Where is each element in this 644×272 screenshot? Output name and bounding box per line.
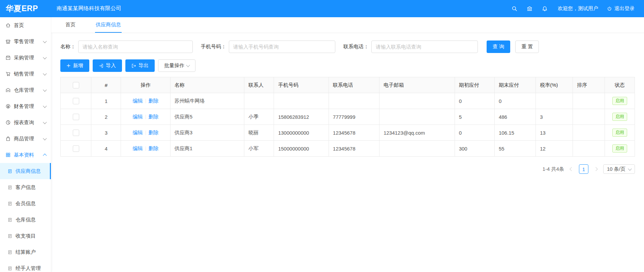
edit-link[interactable]: 编辑: [133, 145, 143, 151]
chevron-right-icon: [594, 167, 597, 171]
sidebar-subitem-6[interactable]: 经手人管理: [0, 260, 51, 272]
sidebar-subitem-4[interactable]: 收支项目: [0, 228, 51, 244]
sidebar-item-0[interactable]: 首页: [0, 17, 51, 33]
edit-link[interactable]: 编辑: [133, 98, 143, 104]
sidebar-item-5[interactable]: 财务管理: [0, 98, 51, 114]
sidebar-item-3[interactable]: 销售管理: [0, 66, 51, 82]
cell-mobile: 15806283912: [274, 109, 329, 125]
add-button[interactable]: 新增: [60, 59, 89, 72]
bell-icon[interactable]: [542, 6, 548, 11]
filter-label-telephone: 联系电话：: [343, 44, 369, 50]
cell-name: 苏州蜗牛网络: [170, 93, 244, 109]
sidebar-item-8[interactable]: 基本资料: [0, 147, 51, 163]
bank-icon[interactable]: [527, 6, 532, 11]
import-button[interactable]: 导入: [93, 59, 122, 72]
sidebar-item-2[interactable]: 采购管理: [0, 50, 51, 66]
logout-label: 退出登录: [614, 5, 635, 12]
delete-link[interactable]: 删除: [149, 145, 159, 151]
cell-email: 1234123@qq.com: [379, 125, 455, 141]
column-header-10: 排序: [573, 77, 605, 93]
tab-0[interactable]: 首页: [65, 17, 76, 33]
power-icon: [607, 6, 612, 11]
cell-status: 启用: [605, 109, 635, 125]
chevron-down-icon: [43, 88, 47, 91]
sidebar-subitem-label: 收支项目: [16, 233, 46, 239]
telephone-search-input[interactable]: [371, 40, 478, 53]
delete-link[interactable]: 删除: [149, 114, 159, 119]
sidebar-subitem-3[interactable]: 仓库信息: [0, 212, 51, 228]
batch-operations-button[interactable]: 批量操作: [158, 59, 195, 72]
chevron-down-icon: [43, 104, 47, 108]
edit-link[interactable]: 编辑: [133, 130, 143, 135]
row-checkbox[interactable]: [73, 114, 79, 120]
delete-link[interactable]: 删除: [149, 130, 159, 135]
search-button[interactable]: 查 询: [487, 40, 510, 53]
status-badge: 启用: [612, 113, 627, 121]
row-checkbox[interactable]: [73, 98, 79, 104]
table-row-1: 2编辑删除供应商5小季158062839127777999954863启用: [61, 109, 635, 125]
content-area: 名称： 手机号码： 联系电话： 查 询 重 置 新增: [51, 33, 644, 272]
cell-mobile: [274, 93, 329, 109]
supplier-table: #操作名称联系人手机号码联系电话电子邮箱期初应付期末应付税率(%)排序状态1编辑…: [60, 77, 635, 157]
sidebar-item-label: 仓库管理: [14, 87, 43, 93]
select-all-checkbox[interactable]: [73, 82, 79, 88]
tab-bar: 首页供应商信息: [51, 17, 644, 33]
reset-button[interactable]: 重 置: [515, 40, 539, 53]
column-header-5: 联系电话: [329, 77, 379, 93]
mobile-search-input[interactable]: [229, 40, 335, 53]
cell-closing: 486: [494, 109, 535, 125]
main-area: 首页供应商信息 名称： 手机号码： 联系电话： 查 询 重 置 新增: [51, 17, 644, 272]
sidebar-subitem-0[interactable]: 供应商信息: [0, 163, 51, 179]
logout-button[interactable]: 退出登录: [607, 5, 635, 12]
prev-page-button[interactable]: [567, 164, 576, 174]
report-icon: [5, 120, 11, 125]
chevron-down-icon: [43, 55, 47, 59]
checkbox-cell: [61, 125, 91, 141]
edit-link[interactable]: 编辑: [133, 114, 143, 119]
filter-label-mobile: 手机号码：: [201, 44, 226, 50]
sidebar-subitem-label: 会员信息: [16, 200, 46, 207]
sidebar-subitem-label: 客户信息: [16, 184, 46, 191]
header-right: 欢迎您，测试用户 退出登录: [502, 5, 644, 12]
column-header-7: 期初应付: [455, 77, 494, 93]
current-page-button[interactable]: 1: [579, 164, 588, 174]
search-icon[interactable]: [512, 6, 517, 11]
row-checkbox[interactable]: [73, 130, 79, 136]
cell-tax: 13: [536, 125, 573, 141]
cell-sort: [573, 109, 605, 125]
delete-link[interactable]: 删除: [149, 98, 159, 104]
sidebar-item-label: 商品管理: [14, 136, 43, 142]
doc-icon: [7, 234, 12, 239]
action-divider: [146, 131, 146, 135]
action-divider: [146, 115, 146, 119]
pagination-total: 1-4 共4条: [543, 166, 564, 172]
import-button-label: 导入: [106, 62, 116, 69]
cell-contact: [244, 93, 274, 109]
sidebar-item-label: 财务管理: [14, 103, 43, 110]
next-page-button[interactable]: [591, 164, 600, 174]
cell-tax: [536, 93, 573, 109]
page-size-select[interactable]: 10 条/页: [603, 164, 635, 174]
row-checkbox[interactable]: [73, 145, 79, 152]
sidebar-subitem-5[interactable]: 结算账户: [0, 244, 51, 260]
tab-1[interactable]: 供应商信息: [95, 17, 122, 33]
sidebar-item-4[interactable]: 仓库管理: [0, 82, 51, 98]
cell-name: 供应商1: [170, 141, 244, 157]
sidebar-subitem-label: 供应商信息: [16, 168, 45, 174]
name-search-input[interactable]: [78, 40, 193, 53]
filter-label-name: 名称：: [60, 44, 75, 50]
sidebar-item-6[interactable]: 报表查询: [0, 114, 51, 131]
export-icon: [131, 63, 136, 68]
sidebar-subitem-1[interactable]: 客户信息: [0, 179, 51, 195]
pagination: 1-4 共4条 1 10 条/页: [60, 164, 635, 174]
column-header-9: 税率(%): [536, 77, 573, 93]
sidebar-subitem-2[interactable]: 会员信息: [0, 195, 51, 212]
export-button[interactable]: 导出: [125, 59, 155, 72]
company-name: 南通某某网络科技有限公司: [57, 5, 121, 12]
doc-icon: [7, 185, 12, 190]
chevron-down-icon: [43, 39, 47, 43]
sidebar-item-1[interactable]: 零售管理: [0, 33, 51, 50]
cell-tel: 12345678: [329, 125, 379, 141]
sidebar: 首页零售管理采购管理销售管理仓库管理财务管理报表查询商品管理基本资料供应商信息客…: [0, 17, 51, 272]
sidebar-item-7[interactable]: 商品管理: [0, 131, 51, 147]
